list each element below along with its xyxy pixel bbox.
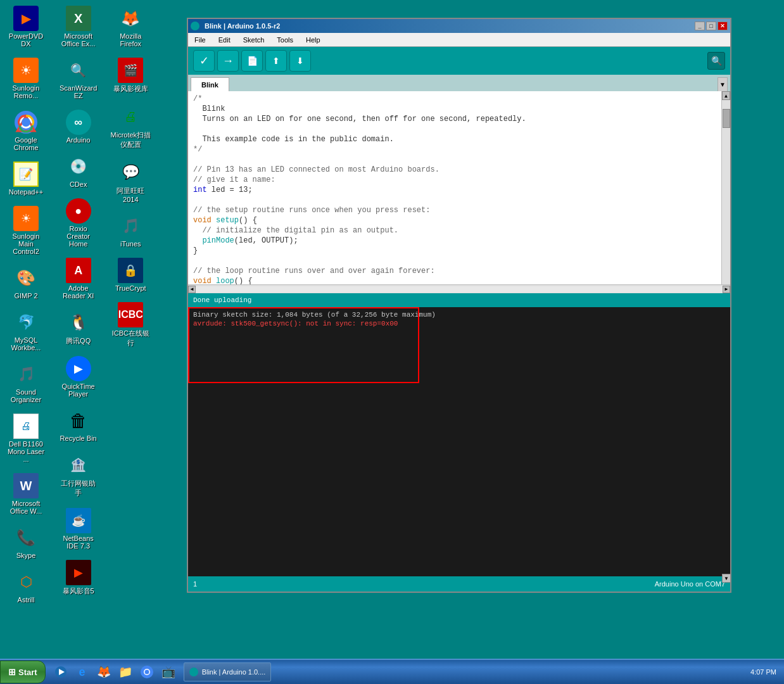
window-controls: _ □ ✕ <box>695 22 728 30</box>
start-button[interactable]: ⊞ Start <box>0 661 46 683</box>
desktop-icon-recycle[interactable]: 🗑 Recycle Bin <box>56 405 101 445</box>
desktop-icon-arduino[interactable]: ∞ Arduino <box>56 107 101 146</box>
clock-time: 4:07 PM <box>750 668 776 676</box>
scroll-thumb[interactable] <box>723 109 730 128</box>
icon-label-baofeng-yj: 暴风影视库 <box>113 84 148 94</box>
code-line-12: // the setup routine runs once when you … <box>193 205 716 215</box>
desktop-icon-adobe[interactable]: A Adobe Reader XI <box>56 255 101 302</box>
line-number-indicator: 1 <box>193 580 197 588</box>
taskbar-firefox-icon[interactable]: 🦊 <box>94 662 114 682</box>
code-line-10: int led = 13; <box>193 185 716 195</box>
taskbar-ie-icon[interactable]: e <box>72 662 92 682</box>
code-line-17 <box>193 256 716 266</box>
desktop-icon-baofeng[interactable]: ▶ 暴风影音5 <box>56 557 101 598</box>
desktop-icon-gongfu[interactable]: 🏦 工行网银助手 <box>56 450 101 500</box>
taskbar-arduino-app[interactable]: Blink | Arduino 1.0.... <box>184 662 272 681</box>
svg-point-2 <box>22 118 30 127</box>
tabs-bar: Blink ▼ <box>188 75 730 91</box>
menu-tools[interactable]: Tools <box>273 35 297 45</box>
icon-label-dell: Dell B1160 Mono Laser ... <box>6 440 46 463</box>
upload-button[interactable]: → <box>217 50 239 72</box>
maximize-button[interactable]: □ <box>706 22 716 30</box>
desktop-icon-itunes[interactable]: 🎵 iTunes <box>108 211 153 250</box>
error-highlight-box <box>188 307 419 383</box>
icon-label-scanwizard: ScanWizard EZ <box>58 84 99 99</box>
code-line-1: /* <box>193 94 716 104</box>
icon-label-recycle: Recycle Bin <box>60 434 97 442</box>
icon-label-qq: 腾讯QQ <box>66 336 91 346</box>
minimize-button[interactable]: _ <box>695 22 705 30</box>
desktop-icon-roxio[interactable]: ● Roxio Creator Home <box>56 196 101 250</box>
tab-blink[interactable]: Blink <box>191 77 229 91</box>
taskbar-media-center-icon[interactable]: 📺 <box>158 662 179 682</box>
menu-sketch[interactable]: Sketch <box>239 35 269 45</box>
desktop-icon-sound[interactable]: 🎵 Sound Organizer <box>3 359 49 406</box>
desktop-icon-skype[interactable]: 📞 Skype <box>3 522 49 562</box>
desktop-icon-notepad[interactable]: 📝 Notepad++ <box>3 159 49 198</box>
desktop-icon-msword[interactable]: W Microsoft Office W... <box>3 471 49 517</box>
code-content[interactable]: /* Blink Turns on an LED on for one seco… <box>188 91 721 284</box>
new-button[interactable]: 📄 <box>241 50 263 72</box>
code-line-15: pinMode(led, OUTPUT); <box>193 236 716 246</box>
window-title: Blink | Arduino 1.0.5-r2 <box>205 22 280 30</box>
taskbar-running-apps: Blink | Arduino 1.0.... <box>181 662 743 681</box>
board-info: Arduino Uno on COM7 <box>655 580 725 588</box>
desktop-icon-icbc[interactable]: ICBC ICBC在线银行 <box>108 300 153 350</box>
toolbar: ✓ → 📄 ⬆ ⬇ 🔍 <box>188 47 730 75</box>
code-line-5: This example code is in the public domai… <box>193 134 716 144</box>
icon-label-astrill: Astrill <box>18 596 35 604</box>
upload-status-bar: Done uploading <box>188 293 730 307</box>
desktop-icon-sunlogin-main[interactable]: ☀ Sunlogin Main Control2 <box>3 203 49 258</box>
desktop-icon-quicktime[interactable]: ▶ QuickTime Player <box>56 353 101 400</box>
output-line-2: avrdude: stk500_getsync(): not in sync: … <box>193 320 725 327</box>
scroll-up-button[interactable]: ▲ <box>722 91 730 100</box>
desktop-icon-chrome[interactable]: Google Chrome <box>3 107 49 154</box>
desktop-icon-netbeans[interactable]: ☕ NetBeans IDE 7.3 <box>56 505 101 552</box>
icon-label-truecrypt: TrueCrypt <box>115 284 146 292</box>
desktop-icon-msexcel[interactable]: X Microsoft Office Ex... <box>56 3 101 50</box>
icon-label-microtek: Microtek扫描仪配置 <box>110 130 151 149</box>
desktop-icon-microtek[interactable]: 🖨 Microtek扫描仪配置 <box>108 101 153 152</box>
windows-logo-icon: ⊞ <box>8 667 16 677</box>
desktop-icon-firefox[interactable]: 🦊 Mozilla Firefox <box>108 3 153 50</box>
menu-file[interactable]: File <box>191 35 210 45</box>
desktop: ▶ PowerDVD DX ☀ Sunlogin Remo... <box>0 0 784 659</box>
horizontal-scrollbar[interactable]: ◄ ► <box>188 284 730 293</box>
desktop-icon-powerdvd[interactable]: ▶ PowerDVD DX <box>3 3 49 50</box>
taskbar-chrome-icon[interactable] <box>137 662 157 682</box>
h-scroll-track <box>196 286 723 293</box>
taskbar-media-player-icon[interactable] <box>51 662 71 682</box>
taskbar-explorer-icon[interactable]: 📁 <box>115 662 136 682</box>
close-button[interactable]: ✕ <box>718 22 728 30</box>
tab-scroll-button[interactable]: ▼ <box>718 77 728 91</box>
menu-edit[interactable]: Edit <box>215 35 234 45</box>
code-editor[interactable]: /* Blink Turns on an LED on for one seco… <box>188 91 730 284</box>
scroll-right-button[interactable]: ► <box>723 286 730 293</box>
desktop-icon-mysql[interactable]: 🐬 MySQL Workbe... <box>3 307 49 354</box>
output-line-1: Binary sketch size: 1,084 bytes (of a 32… <box>193 311 725 319</box>
arduino-window: Blink | Arduino 1.0.5-r2 _ □ ✕ File Edit… <box>187 18 731 593</box>
scroll-left-button[interactable]: ◄ <box>188 286 196 293</box>
desktop-icon-sunlogin-remote[interactable]: ☀ Sunlogin Remo... <box>3 55 49 102</box>
code-line-19: void loop() { <box>193 276 716 284</box>
icon-label-powerdvd: PowerDVD DX <box>6 32 46 48</box>
verify-button[interactable]: ✓ <box>193 50 215 72</box>
taskbar-clock: 4:07 PM <box>743 668 784 676</box>
desktop-icon-truecrypt[interactable]: 🔒 TrueCrypt <box>108 255 153 294</box>
taskbar-quick-launch: e 🦊 📁 📺 <box>48 662 181 682</box>
desktop-icon-gimp[interactable]: 🎨 GIMP 2 <box>3 263 49 302</box>
open-button[interactable]: ⬆ <box>265 50 287 72</box>
desktop-icon-astrill[interactable]: ⬡ Astrill <box>3 567 49 606</box>
vertical-scrollbar[interactable]: ▲ ▼ <box>721 91 730 284</box>
desktop-icon-qq[interactable]: 🐧 腾讯QQ <box>56 307 101 348</box>
menu-help[interactable]: Help <box>302 35 324 45</box>
menu-bar: File Edit Sketch Tools Help <box>188 33 730 47</box>
desktop-icon-baofeng-yj[interactable]: 🎬 暴风影视库 <box>108 55 153 96</box>
serial-monitor-button[interactable]: 🔍 <box>707 52 725 70</box>
desktop-icon-aliwangwang[interactable]: 💬 阿里旺旺2014 <box>108 157 153 206</box>
desktop-icon-cdex[interactable]: 💿 CDex <box>56 151 101 191</box>
desktop-icon-dell[interactable]: 🖨 Dell B1160 Mono Laser ... <box>3 411 49 466</box>
desktop-icon-scanwizard[interactable]: 🔍 ScanWizard EZ <box>56 55 101 102</box>
code-line-8: // Pin 13 has an LED connected on most A… <box>193 165 716 175</box>
save-button[interactable]: ⬇ <box>289 50 311 72</box>
